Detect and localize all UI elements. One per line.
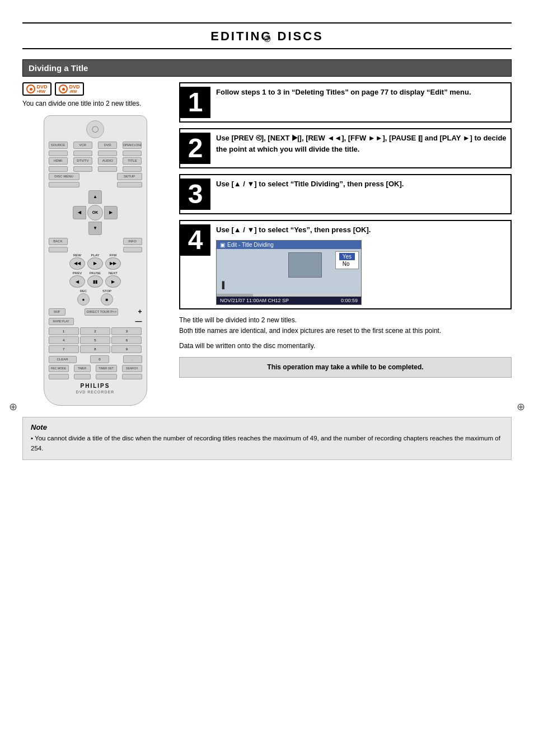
- num-2-button[interactable]: 2: [80, 327, 110, 335]
- dot-btn-9[interactable]: [49, 182, 79, 187]
- remote-control: ◯ SOURCE VCR DVD OPEN/CLOSE: [44, 115, 147, 406]
- left-column: DVD +RW DVD -RW You can divide one title…: [22, 82, 168, 406]
- dpad-down[interactable]: ▼: [88, 222, 102, 235]
- dot-buttons-row-2: [49, 166, 142, 172]
- rec-button[interactable]: ●: [77, 293, 90, 306]
- step-2-content: Use [PREV ⧀], [NEXT ▶|], [REW ◄◄], [FFW …: [216, 133, 507, 154]
- power-button[interactable]: ◯: [86, 120, 104, 138]
- pause-button[interactable]: ▮▮: [87, 275, 103, 288]
- section-title: Dividing a Title: [29, 63, 88, 73]
- numpad: 1 2 3 4 5 6 7 8 9: [49, 327, 142, 353]
- audio-button[interactable]: AUDIO: [98, 157, 117, 165]
- dot-btn-1[interactable]: [49, 151, 68, 156]
- ok-button[interactable]: OK: [87, 205, 103, 220]
- dthtv-button[interactable]: DTV/TV: [73, 157, 92, 165]
- screen-title-bar: ▣ Edit - Title Dividing: [217, 241, 361, 249]
- dpad-right[interactable]: ▶: [104, 206, 118, 219]
- screen-option-no[interactable]: No: [339, 260, 355, 267]
- dot-btn-16[interactable]: [122, 374, 142, 379]
- dpad-up[interactable]: ▲: [88, 190, 102, 204]
- step-3-text: Use [▲ / ▼] to select “Title Dividing”, …: [216, 179, 507, 190]
- num-3-button[interactable]: 3: [111, 327, 142, 335]
- num-9-button[interactable]: 9: [111, 345, 142, 353]
- dot-btn-7[interactable]: [98, 166, 117, 172]
- vcr-button[interactable]: VCR: [73, 142, 92, 149]
- direct-button[interactable]: DIRECT TOUR P>>: [85, 308, 118, 316]
- dpad: ▲ ◀ OK ▶ ▼: [73, 190, 118, 235]
- step-3-content: Use [▲ / ▼] to select “Title Dividing”, …: [216, 179, 507, 190]
- num-5-button[interactable]: 5: [80, 336, 110, 344]
- dvd-minus-rw-logo: DVD -RW: [55, 82, 84, 96]
- step-4: 4 Use [▲ / ▼] to select “Yes”, then pres…: [179, 220, 512, 309]
- dot-btn-13[interactable]: [49, 374, 69, 379]
- step-3: 3 Use [▲ / ▼] to select “Title Dividing”…: [179, 174, 512, 214]
- hdmi-button[interactable]: HDMI: [49, 157, 68, 165]
- timer-button[interactable]: TIMER: [74, 365, 91, 372]
- stop-button[interactable]: ■: [101, 293, 113, 306]
- clear-button[interactable]: CLEAR: [49, 356, 77, 363]
- note-box: Note • You cannot divide a title of the …: [22, 417, 512, 460]
- screen-pause-icon: ‖: [221, 280, 225, 289]
- dot-btn-4[interactable]: [123, 151, 142, 156]
- screen-progress-fill: [217, 294, 253, 297]
- next-button[interactable]: ▶: [105, 275, 121, 288]
- num-1-button[interactable]: 1: [49, 327, 79, 335]
- remote-row-hdmi: HDMI DTV/TV AUDIO TITLE: [49, 157, 142, 165]
- source-button[interactable]: SOURCE: [49, 142, 68, 149]
- dvd-button[interactable]: DVD: [98, 142, 117, 149]
- num-8-button[interactable]: 8: [80, 345, 110, 353]
- num-6-button[interactable]: 6: [111, 336, 142, 344]
- play-button[interactable]: ▶: [87, 257, 103, 270]
- crosshair-right-icon: ⊕: [517, 401, 525, 413]
- step-1: 1 Follow steps 1 to 3 in “Deleting Title…: [179, 82, 512, 123]
- open-close-button[interactable]: OPEN/CLOSE: [123, 142, 142, 149]
- screen-option-yes[interactable]: Yes: [339, 253, 355, 260]
- back-info-row: BACK INFO: [49, 238, 142, 245]
- prev-button[interactable]: ◀: [69, 275, 85, 288]
- dot-btn-10[interactable]: [117, 182, 142, 187]
- step-1-content: Follow steps 1 to 3 in “Deleting Titles”…: [216, 87, 507, 98]
- title-button[interactable]: TITLE: [123, 157, 142, 165]
- rew-button[interactable]: ◀◀: [69, 257, 85, 270]
- dot-btn-3[interactable]: [98, 151, 117, 156]
- dot-btn-14[interactable]: [74, 374, 91, 379]
- section-header: Dividing a Title: [22, 59, 512, 77]
- num-7-button[interactable]: 7: [49, 345, 79, 353]
- dot-button[interactable]: .: [123, 355, 142, 363]
- step-2: 2 Use [PREV ⧀], [NEXT ▶|], [REW ◄◄], [FF…: [179, 128, 512, 168]
- timer-set-button[interactable]: TIMER SET: [96, 365, 117, 372]
- dot-btn-6[interactable]: [73, 166, 92, 172]
- dot-btn-12[interactable]: [123, 247, 142, 252]
- left-description: You can divide one title into 2 new titl…: [22, 99, 168, 109]
- dvd-logos: DVD +RW DVD -RW: [22, 82, 168, 96]
- ffw-group: FFW ▶▶: [105, 253, 121, 270]
- num-4-button[interactable]: 4: [49, 336, 79, 344]
- next-group: NEXT ▶: [105, 271, 121, 288]
- remote-wrapper: ◯ SOURCE VCR DVD OPEN/CLOSE: [22, 115, 168, 406]
- screen-icon: ▣: [220, 242, 225, 248]
- rec-mode-button[interactable]: REC MODE: [49, 365, 69, 372]
- dot-btn-8[interactable]: [123, 166, 142, 172]
- note-title: Note: [31, 423, 503, 431]
- screen-mockup: ▣ Edit - Title Dividing Yes No: [216, 240, 362, 305]
- ffw-button[interactable]: ▶▶: [105, 257, 121, 270]
- dpad-left[interactable]: ◀: [73, 206, 86, 219]
- after-step-4-text: The title will be divided into 2 new tit…: [179, 315, 512, 378]
- setup-button[interactable]: SETUP: [117, 173, 142, 180]
- info-button[interactable]: INFO: [123, 238, 142, 245]
- crosshair-top-icon: ⊕: [263, 32, 271, 45]
- dot-btn-15[interactable]: [96, 374, 117, 379]
- transport-row-2: PREV ◀ PAUSE ▮▮ NEXT ▶: [49, 271, 142, 288]
- dot-btn-5[interactable]: [49, 166, 68, 172]
- dot-btn-11[interactable]: [49, 247, 68, 252]
- search-button[interactable]: SEARCH: [122, 365, 142, 372]
- back-button[interactable]: BACK: [49, 238, 68, 245]
- dot-btn-2[interactable]: [73, 151, 92, 156]
- skip-button[interactable]: SKIP: [49, 308, 65, 316]
- remote-row-1: SOURCE VCR DVD OPEN/CLOSE: [49, 142, 142, 149]
- rapid-play-button[interactable]: RAPID PLAY: [49, 318, 74, 325]
- disc-menu-button[interactable]: DISC MENU: [49, 173, 79, 180]
- num-0-button[interactable]: 0: [90, 355, 109, 363]
- step-4-text: Use [▲ / ▼] to select “Yes”, then press …: [216, 224, 507, 236]
- dvd-plus-rw-logo: DVD +RW: [22, 82, 51, 96]
